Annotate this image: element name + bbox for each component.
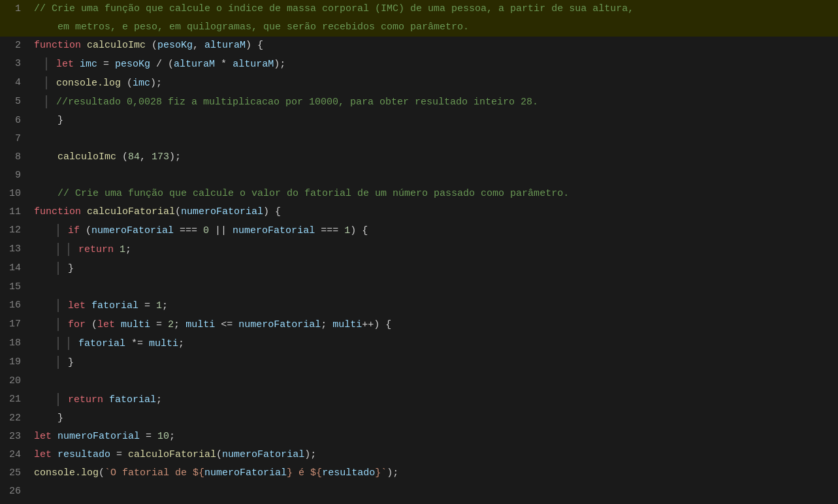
line-number: 17 (0, 315, 31, 334)
token-c-plain: ( (86, 319, 97, 330)
token-c-plain: ; (321, 319, 332, 330)
token-c-var: multi (185, 319, 215, 330)
token-c-var: pesoKg (157, 40, 193, 51)
line-content: //resultado 0,0028 fiz a multiplicacao p… (31, 93, 838, 112)
token-c-plain: ; (162, 300, 168, 311)
line-content: } (31, 353, 838, 372)
token-c-string: } é ${ (287, 467, 322, 479)
token-c-plain: ); (304, 449, 316, 460)
code-line: 15 (0, 278, 838, 296)
token-c-let: let (56, 59, 74, 70)
token-c-plain: ); (169, 151, 181, 163)
token-c-var: multi (149, 338, 178, 349)
token-c-function: calculoFatorial (87, 206, 175, 217)
code-line: 5//resultado 0,0028 fiz a multiplicacao … (0, 93, 838, 112)
line-content: let fatorial = 1; (31, 296, 838, 315)
token-c-plain: ( (146, 40, 157, 51)
line-content: calculoImc (84, 173); (31, 148, 838, 166)
line-content: console.log(`O fatorial de ${numeroFator… (31, 464, 838, 482)
token-c-plain: * (215, 59, 233, 70)
code-line: 19} (0, 353, 838, 372)
token-c-var: alturaM (204, 40, 246, 51)
line-content (31, 482, 838, 501)
token-c-plain: ) { (350, 225, 368, 236)
token-c-plain: ) { (263, 206, 281, 217)
token-c-var: pesoKg (115, 59, 150, 70)
line-number: 4 (0, 74, 31, 92)
token-c-plain: = (150, 319, 168, 330)
line-number: 11 (0, 203, 31, 221)
line-content (31, 372, 838, 390)
token-c-number: 0 (203, 225, 209, 236)
token-c-for: for (68, 319, 86, 330)
line-number: 1 (0, 0, 31, 18)
token-c-plain: <= (215, 319, 238, 330)
code-line: 7 (0, 130, 838, 148)
token-c-var: fatorial (78, 338, 125, 349)
code-line: 4console.log (imc); (0, 74, 838, 93)
line-content: if (numeroFatorial === 0 || numeroFatori… (31, 221, 838, 240)
token-c-comment: // Crie uma função que calcule o valor d… (34, 188, 569, 199)
token-c-number: 84 (128, 151, 140, 163)
token-c-return: return (68, 394, 103, 405)
token-c-plain (81, 206, 87, 217)
line-content (31, 166, 838, 185)
line-number: 5 (0, 93, 31, 111)
token-c-var: multi (332, 319, 362, 330)
token-c-number: 1 (120, 244, 125, 255)
code-line: 13return 1; (0, 240, 838, 259)
line-number: 23 (0, 428, 31, 446)
token-c-plain: } (34, 413, 63, 424)
token-c-let: let (34, 449, 52, 460)
token-c-plain (86, 300, 91, 311)
token-c-plain: = (138, 300, 156, 311)
token-c-plain: ( (121, 78, 133, 89)
token-c-var: numeroFatorial (233, 225, 315, 236)
line-number: 19 (0, 353, 31, 371)
token-c-plain: ( (175, 206, 181, 217)
code-line: 9 (0, 166, 838, 185)
line-content: for (let multi = 2; multi <= numeroFator… (31, 315, 838, 334)
token-c-var: numeroFatorial (238, 319, 321, 330)
token-c-plain (115, 319, 121, 330)
line-number: 8 (0, 148, 31, 166)
line-number: 9 (0, 166, 31, 185)
line-content (31, 278, 838, 296)
line-number: 20 (0, 372, 31, 390)
line-content: return fatorial; (31, 390, 838, 409)
line-content: console.log (imc); (31, 74, 838, 93)
line-number: 22 (0, 409, 31, 428)
code-line: 6 } (0, 112, 838, 130)
line-number: 12 (0, 221, 31, 240)
token-c-var: alturaM (233, 59, 274, 70)
token-c-string: }` (375, 467, 387, 479)
line-number: 25 (0, 464, 31, 482)
line-content: let numeroFatorial = 10; (31, 428, 838, 446)
line-content: function calculoFatorial(numeroFatorial)… (31, 203, 838, 221)
token-c-number: 173 (152, 151, 169, 163)
line-number: 2 (0, 37, 31, 55)
token-c-keyword: function (34, 40, 81, 51)
token-c-var: numeroFatorial (181, 206, 263, 217)
code-line: 8 calculoImc (84, 173); (0, 148, 838, 166)
token-c-number: 10 (157, 431, 169, 442)
line-number (0, 18, 31, 24)
token-c-let: let (34, 431, 52, 442)
token-c-var: fatorial (109, 394, 156, 405)
token-c-plain: = (110, 449, 128, 460)
token-c-var: imc (133, 78, 150, 89)
token-c-plain (81, 40, 87, 51)
token-c-number: 1 (156, 300, 162, 311)
token-c-let: let (97, 319, 115, 330)
token-c-plain: ; (169, 431, 175, 442)
token-c-comment: //resultado 0,0028 fiz a multiplicacao p… (56, 97, 538, 108)
line-number: 3 (0, 55, 31, 73)
token-c-var: numeroFatorial (222, 449, 304, 460)
code-line: 23let numeroFatorial = 10; (0, 428, 838, 446)
token-c-plain: ) { (246, 40, 263, 51)
code-line: 2function calculoImc (pesoKg, alturaM) { (0, 37, 838, 55)
line-number: 18 (0, 334, 31, 353)
token-c-plain: } (34, 115, 63, 126)
token-c-plain (52, 449, 57, 460)
code-area: 1// Crie uma função que calcule o índice… (0, 0, 838, 501)
